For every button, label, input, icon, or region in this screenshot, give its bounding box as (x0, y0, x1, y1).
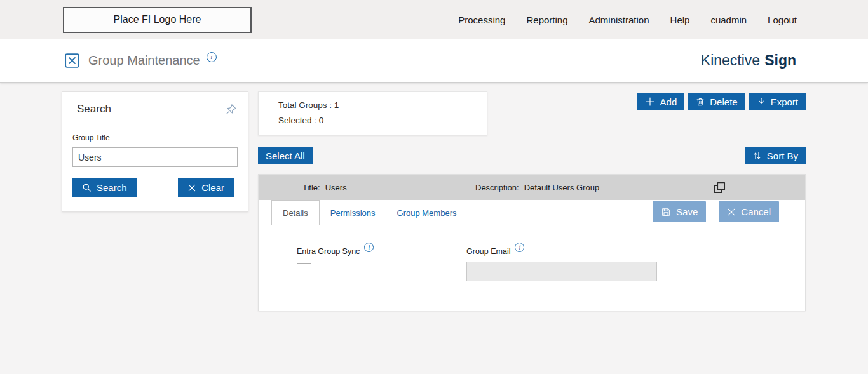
detail-actions: Save Cancel (653, 201, 779, 222)
group-list: Title:Users Description:Default Users Gr… (258, 174, 806, 311)
export-button[interactable]: Export (749, 93, 806, 110)
nav-logout[interactable]: Logout (768, 15, 797, 25)
list-controls-row: Select All Sort By (258, 147, 806, 164)
group-email-label: Group Email (466, 247, 510, 256)
brand-second: Sign (764, 52, 796, 69)
selected-value: 0 (319, 116, 324, 125)
top-nav: Processing Reporting Administration Help… (458, 15, 797, 25)
copy-icon[interactable] (713, 181, 726, 194)
totals-card: Total Groups : 1 Selected : 0 (258, 91, 487, 135)
detail-tabbar: Details Permissions Group Members Save (259, 200, 805, 225)
trash-icon (696, 97, 705, 107)
top-header: Place FI Logo Here Processing Reporting … (0, 0, 868, 39)
fi-logo-text: Place FI Logo Here (114, 14, 201, 25)
group-email-info-icon[interactable]: i (515, 243, 524, 252)
nav-user-cuadmin[interactable]: cuadmin (710, 15, 747, 25)
nav-help[interactable]: Help (670, 15, 690, 25)
sort-icon (752, 151, 762, 161)
group-description-field-label: Description: (475, 183, 519, 192)
main-content: Search Group Title Search (0, 83, 868, 374)
selected-label: Selected : (278, 116, 316, 125)
save-floppy-icon (661, 207, 671, 217)
nav-administration[interactable]: Administration (589, 15, 649, 25)
group-row[interactable]: Title:Users Description:Default Users Gr… (259, 175, 805, 200)
group-description-field-value: Default Users Group (524, 183, 600, 192)
entra-group-sync-field: Entra Group Sync i (297, 247, 466, 281)
group-title-field-value: Users (325, 183, 347, 192)
clear-x-icon (187, 184, 196, 192)
tab-group-members[interactable]: Group Members (386, 200, 468, 225)
group-email-input[interactable] (466, 262, 657, 281)
export-button-label: Export (771, 97, 798, 107)
group-email-field: Group Email i (466, 247, 657, 281)
sort-by-button[interactable]: Sort By (745, 147, 806, 164)
fi-logo-placeholder: Place FI Logo Here (63, 7, 252, 33)
search-button-label: Search (97, 182, 127, 193)
entra-group-sync-label-row: Entra Group Sync i (297, 247, 466, 256)
sort-by-button-label: Sort By (767, 150, 798, 161)
add-button[interactable]: Add (637, 93, 685, 110)
group-actions: Add Delete (637, 93, 806, 110)
search-panel: Search Group Title Search (62, 91, 248, 212)
tab-details[interactable]: Details (271, 200, 320, 225)
brand-first: Kinective (701, 52, 760, 69)
content-area: Total Groups : 1 Selected : 0 Add (258, 91, 806, 311)
delete-button-label: Delete (710, 97, 737, 107)
entra-group-sync-label: Entra Group Sync (297, 247, 360, 256)
entra-group-sync-checkbox[interactable] (297, 263, 311, 277)
search-panel-title: Search (77, 103, 111, 116)
total-groups-line: Total Groups : 1 (278, 98, 474, 113)
nav-processing[interactable]: Processing (458, 15, 505, 25)
group-detail-panel: Details Permissions Group Members Save (259, 200, 805, 311)
group-email-label-row: Group Email i (466, 247, 657, 256)
add-button-label: Add (660, 97, 677, 107)
delete-button[interactable]: Delete (688, 93, 745, 110)
group-row-title: Title:Users (302, 183, 347, 192)
total-groups-value: 1 (334, 100, 339, 110)
search-icon (82, 183, 92, 192)
save-button-label: Save (676, 206, 698, 217)
search-actions: Search Clear (72, 178, 238, 197)
search-panel-header: Search (72, 103, 238, 116)
entra-group-sync-info-icon[interactable]: i (364, 243, 374, 252)
total-groups-label: Total Groups : (278, 100, 332, 110)
pin-icon[interactable] (224, 103, 238, 116)
group-maintenance-icon (64, 52, 81, 69)
plus-icon (645, 97, 655, 107)
download-icon (757, 97, 766, 107)
cancel-x-icon (727, 208, 736, 217)
group-title-label: Group Title (72, 133, 238, 142)
save-button[interactable]: Save (653, 201, 706, 222)
group-title-input[interactable] (72, 147, 238, 167)
selected-line: Selected : 0 (278, 113, 474, 128)
brand-logo: Kinective Sign (701, 52, 796, 69)
page-title-info-icon[interactable]: i (207, 52, 217, 62)
select-all-button-label: Select All (266, 150, 305, 161)
cancel-button[interactable]: Cancel (719, 201, 779, 222)
summary-row: Total Groups : 1 Selected : 0 Add (258, 91, 806, 135)
cancel-button-label: Cancel (741, 206, 771, 217)
page-title: Group Maintenance (88, 53, 200, 68)
clear-button[interactable]: Clear (178, 178, 234, 197)
group-title-field-label: Title: (302, 183, 320, 192)
clear-button-label: Clear (201, 182, 224, 193)
nav-reporting[interactable]: Reporting (526, 15, 567, 25)
tab-permissions[interactable]: Permissions (320, 200, 386, 225)
group-row-description: Description:Default Users Group (475, 183, 599, 192)
details-form: Entra Group Sync i Group Email i (259, 225, 805, 311)
select-all-button[interactable]: Select All (258, 147, 313, 164)
search-button[interactable]: Search (72, 178, 137, 197)
page-header: Group Maintenance i Kinective Sign (0, 39, 868, 83)
